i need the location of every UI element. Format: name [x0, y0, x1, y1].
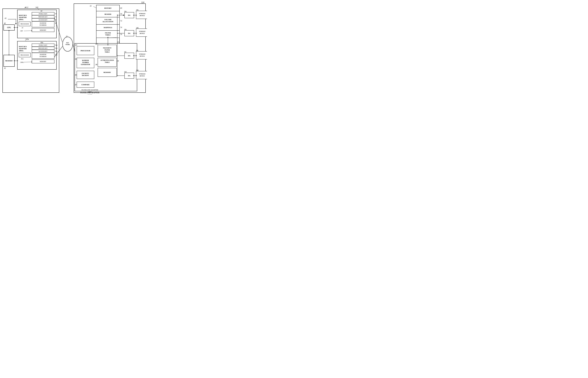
svg-text:42: 42	[4, 67, 6, 69]
svg-marker-167	[133, 75, 134, 76]
svg-text:61a: 61a	[55, 44, 57, 46]
svg-text:NET-: NET-	[66, 42, 69, 43]
svg-text:FILTER AND ADAPTER: FILTER AND ADAPTER	[81, 89, 98, 91]
svg-rect-12	[32, 18, 54, 21]
svg-text:(HBA): (HBA)	[19, 50, 23, 52]
svg-marker-64	[14, 60, 14, 61]
svg-text:38b: 38b	[136, 27, 139, 29]
svg-text:DA: DA	[128, 14, 130, 16]
svg-marker-63	[17, 60, 18, 61]
svg-line-72	[54, 17, 62, 42]
svg-text:STORAGE: STORAGE	[139, 53, 145, 55]
svg-text:RANDOM: RANDOM	[40, 54, 46, 55]
svg-marker-169	[117, 15, 118, 16]
svg-text:87: 87	[75, 84, 77, 86]
svg-text:ACCESS KEY: ACCESS KEY	[39, 19, 47, 21]
svg-rect-74	[74, 4, 145, 93]
svg-text:RANDOM: RANDOM	[82, 60, 89, 61]
svg-rect-21	[19, 22, 30, 26]
svg-rect-28	[17, 41, 57, 69]
svg-text:61: 61	[55, 13, 57, 14]
svg-marker-166	[136, 75, 137, 76]
svg-marker-178	[74, 51, 75, 52]
svg-text:MEMORY: MEMORY	[103, 71, 111, 73]
svg-marker-173	[117, 55, 118, 56]
svg-text:COMPARE: COMPARE	[81, 84, 89, 85]
svg-text:72: 72	[120, 20, 122, 22]
svg-marker-160	[136, 33, 137, 34]
svg-text:HOST BUS: HOST BUS	[19, 14, 27, 16]
svg-text:383: 383	[95, 43, 98, 45]
svg-rect-33	[32, 44, 54, 47]
svg-text:41a: 41a	[21, 58, 23, 60]
svg-text:69: 69	[120, 7, 122, 9]
svg-rect-88	[96, 25, 119, 30]
svg-text:76: 76	[120, 33, 122, 35]
svg-text:36b: 36b	[124, 28, 127, 30]
svg-rect-76	[96, 5, 119, 50]
svg-rect-0	[3, 9, 59, 93]
svg-marker-181	[107, 37, 108, 38]
svg-text:70: 70	[120, 13, 122, 15]
svg-text:62a: 62a	[55, 47, 57, 49]
svg-rect-142	[125, 53, 134, 59]
svg-rect-131	[136, 11, 147, 19]
svg-text:GENERATOR: GENERATOR	[81, 64, 90, 65]
svg-marker-67	[9, 30, 9, 31]
svg-text:64: 64	[55, 22, 57, 24]
svg-rect-52	[4, 25, 14, 30]
svg-text:63a: 63a	[55, 50, 57, 52]
svg-text:PROCESSOR: PROCESSOR	[20, 54, 29, 56]
svg-text:MAPPINGS: MAPPINGS	[104, 27, 112, 28]
svg-rect-149	[125, 73, 134, 79]
svg-text:DA: DA	[128, 55, 130, 56]
svg-text:36a: 36a	[124, 10, 127, 12]
svg-rect-107	[77, 58, 94, 68]
svg-text:64a: 64a	[55, 54, 57, 55]
svg-text:21: 21	[66, 35, 68, 37]
svg-rect-3	[17, 10, 57, 38]
svg-text:TABLE: TABLE	[105, 61, 110, 63]
svg-text:PUBLIC KEY: PUBLIC KEY	[39, 13, 47, 15]
svg-text:ACCESS KEY: ACCESS KEY	[39, 51, 47, 52]
svg-rect-14	[32, 21, 54, 27]
svg-text:RANDOM: RANDOM	[40, 22, 46, 24]
svg-text:85: 85	[75, 74, 77, 76]
svg-text:349: 349	[20, 30, 23, 32]
svg-text:MEMORY: MEMORY	[40, 61, 46, 62]
svg-rect-49	[32, 60, 54, 63]
svg-text:STORAGE: STORAGE	[139, 13, 145, 14]
svg-text:80: 80	[75, 44, 77, 46]
svg-text:38c: 38c	[136, 50, 138, 51]
svg-text:HISTORY: HISTORY	[104, 7, 112, 9]
svg-text:NUMBERS: NUMBERS	[40, 56, 46, 57]
svg-rect-95	[75, 43, 137, 91]
svg-marker-163	[136, 55, 137, 56]
svg-text:NUMBER: NUMBER	[82, 62, 89, 63]
svg-text:FILTER: FILTER	[105, 32, 111, 34]
svg-text:84: 84	[117, 60, 119, 62]
svg-text:36d: 36d	[124, 71, 127, 73]
svg-text:DEVICE: DEVICE	[140, 15, 145, 16]
svg-text:82: 82	[75, 58, 77, 60]
svg-text:DEVICE: DEVICE	[140, 33, 145, 34]
svg-line-177	[73, 44, 75, 51]
svg-text:349a: 349a	[20, 61, 24, 63]
svg-text:ADAPTER: ADAPTER	[19, 48, 27, 50]
svg-text:PROCESSOR: PROCESSOR	[81, 50, 90, 52]
svg-text:HEADER: HEADER	[104, 13, 111, 15]
svg-text:HOST BUS: HOST BUS	[19, 46, 27, 47]
svg-text:DEVICE: DEVICE	[140, 55, 145, 57]
svg-rect-135	[125, 30, 134, 36]
svg-text:312: 312	[25, 6, 28, 8]
svg-text:PRIVATE KEY: PRIVATE KEY	[39, 16, 48, 18]
svg-marker-61	[14, 27, 14, 28]
svg-text:ENCRYPT/: ENCRYPT/	[82, 73, 89, 74]
svg-rect-123	[77, 82, 94, 88]
svg-text:AUTHENTICATION: AUTHENTICATION	[100, 59, 114, 61]
svg-text:PROCESSOR: PROCESSOR	[20, 23, 29, 25]
svg-text:CPU: CPU	[7, 26, 11, 28]
svg-rect-35	[32, 47, 54, 50]
svg-text:320: 320	[141, 1, 144, 4]
svg-text:60a: 60a	[41, 41, 43, 43]
